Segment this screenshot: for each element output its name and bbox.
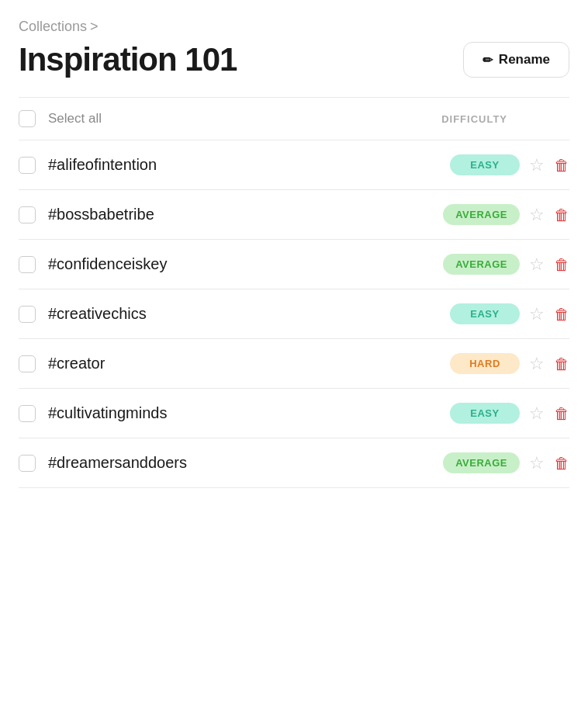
difficulty-badge-2: AVERAGE [443, 254, 520, 275]
item-name-0: #alifeofintention [48, 156, 450, 174]
item-actions-4: HARD ☆ 🗑 [450, 353, 569, 374]
breadcrumb-text: Collections [19, 19, 87, 35]
rename-button-label: Rename [499, 52, 550, 68]
list-item: #alifeofintention EASY ☆ 🗑 [19, 140, 569, 190]
difficulty-badge-4: HARD [450, 353, 520, 374]
rename-icon: ✏ [483, 53, 493, 68]
item-actions-3: EASY ☆ 🗑 [450, 303, 569, 324]
list-item: #confidenceiskey AVERAGE ☆ 🗑 [19, 240, 569, 289]
difficulty-badge-3: EASY [450, 303, 520, 324]
item-actions-2: AVERAGE ☆ 🗑 [443, 254, 569, 275]
rename-button[interactable]: ✏ Rename [463, 42, 569, 78]
list-item: #dreamersanddoers AVERAGE ☆ 🗑 [19, 438, 569, 488]
item-checkbox-2[interactable] [19, 256, 36, 273]
breadcrumb[interactable]: Collections > [19, 19, 569, 35]
item-name-5: #cultivatingminds [48, 404, 450, 422]
item-checkbox-0[interactable] [19, 157, 36, 174]
item-checkbox-5[interactable] [19, 405, 36, 422]
difficulty-badge-5: EASY [450, 403, 520, 424]
star-icon-2[interactable]: ☆ [529, 256, 545, 273]
breadcrumb-chevron: > [90, 19, 99, 35]
delete-icon-3[interactable]: 🗑 [554, 307, 569, 322]
difficulty-badge-1: AVERAGE [443, 204, 520, 225]
delete-icon-1[interactable]: 🗑 [554, 207, 569, 223]
item-checkbox-1[interactable] [19, 206, 36, 223]
delete-icon-0[interactable]: 🗑 [554, 158, 569, 173]
table-header: Select all DIFFICULTY [19, 98, 569, 140]
select-all-checkbox[interactable] [19, 110, 36, 127]
delete-icon-6[interactable]: 🗑 [554, 455, 569, 471]
hashtag-list: #alifeofintention EASY ☆ 🗑 #bossbabetrib… [19, 140, 569, 488]
list-item: #creativechics EASY ☆ 🗑 [19, 289, 569, 339]
difficulty-column-header: DIFFICULTY [441, 113, 507, 125]
difficulty-badge-0: EASY [450, 154, 520, 175]
item-name-4: #creator [48, 355, 450, 372]
delete-icon-4[interactable]: 🗑 [554, 356, 569, 372]
item-name-6: #dreamersanddoers [48, 454, 443, 472]
item-actions-6: AVERAGE ☆ 🗑 [443, 452, 569, 473]
list-item: #creator HARD ☆ 🗑 [19, 339, 569, 389]
list-item: #bossbabetribe AVERAGE ☆ 🗑 [19, 190, 569, 240]
select-all-label: Select all [48, 111, 441, 126]
item-name-3: #creativechics [48, 305, 450, 323]
item-name-2: #confidenceiskey [48, 255, 443, 273]
star-icon-4[interactable]: ☆ [529, 355, 545, 372]
star-icon-1[interactable]: ☆ [529, 206, 545, 223]
star-icon-6[interactable]: ☆ [529, 455, 545, 472]
item-actions-5: EASY ☆ 🗑 [450, 403, 569, 424]
star-icon-3[interactable]: ☆ [529, 306, 545, 323]
item-name-1: #bossbabetribe [48, 206, 443, 223]
header-row: Inspiration 101 ✏ Rename [19, 41, 569, 78]
item-actions-0: EASY ☆ 🗑 [450, 154, 569, 175]
item-checkbox-6[interactable] [19, 455, 36, 472]
delete-icon-2[interactable]: 🗑 [554, 257, 569, 272]
star-icon-0[interactable]: ☆ [529, 157, 545, 174]
item-checkbox-4[interactable] [19, 355, 36, 372]
delete-icon-5[interactable]: 🗑 [554, 406, 569, 421]
page-title: Inspiration 101 [19, 41, 237, 78]
star-icon-5[interactable]: ☆ [529, 405, 545, 422]
item-actions-1: AVERAGE ☆ 🗑 [443, 204, 569, 225]
item-checkbox-3[interactable] [19, 306, 36, 323]
page-container: Collections > Inspiration 101 ✏ Rename S… [0, 0, 588, 488]
list-item: #cultivatingminds EASY ☆ 🗑 [19, 389, 569, 438]
difficulty-badge-6: AVERAGE [443, 452, 520, 473]
